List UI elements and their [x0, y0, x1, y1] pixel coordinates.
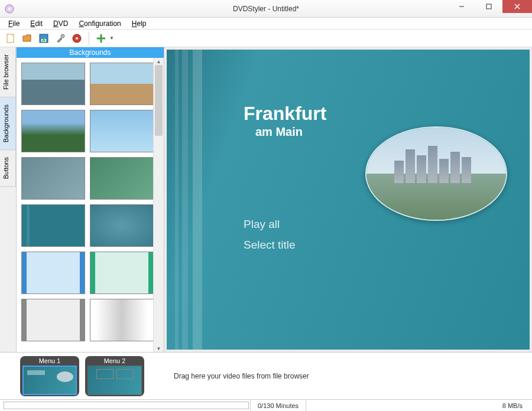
svg-point-1: [8, 8, 11, 10]
menu-option-play-all[interactable]: Play all: [244, 218, 280, 231]
scroll-up-arrow[interactable]: ▲: [154, 58, 164, 65]
background-thumb[interactable]: [90, 252, 153, 294]
preview-wrap: Frankfurt am Main Play all Select title: [164, 47, 532, 352]
background-thumb[interactable]: [21, 110, 85, 152]
menu-dvd[interactable]: DVD: [48, 18, 73, 29]
preview-title[interactable]: Frankfurt: [244, 103, 326, 125]
menubar: File Edit DVD Configuration Help: [0, 18, 532, 30]
status-progress: [2, 400, 251, 411]
toolbar: ▼: [0, 30, 532, 47]
titlebar: DVDStyler - Untitled*: [0, 0, 532, 18]
svg-point-11: [76, 37, 78, 40]
background-thumb[interactable]: [21, 299, 85, 341]
menu-edit[interactable]: Edit: [25, 18, 47, 29]
statusbar: 0/130 Minutes 8 MB/s: [0, 399, 532, 411]
svg-rect-3: [486, 4, 491, 9]
background-thumb[interactable]: [21, 63, 85, 105]
status-bitrate: 8 MB/s: [306, 400, 532, 411]
main-area: File browser Backgrounds Buttons Backgro…: [0, 47, 532, 352]
background-thumb[interactable]: [90, 157, 153, 200]
timeline-hint: Drag here your video files from file bro…: [150, 372, 512, 380]
timeline-menu-thumb: [87, 366, 142, 395]
minimize-button[interactable]: [448, 0, 475, 13]
backgrounds-header: Backgrounds: [17, 47, 164, 58]
timeline-menu-1[interactable]: Menu 1: [20, 356, 79, 396]
add-dropdown-arrow[interactable]: ▼: [109, 35, 114, 41]
status-duration: 0/130 Minutes: [251, 400, 306, 411]
timeline-menu-label: Menu 2: [87, 357, 142, 364]
scroll-thumb[interactable]: [155, 65, 163, 136]
preview-image-oval[interactable]: [365, 126, 507, 221]
toolbar-separator: [89, 32, 89, 45]
save-button[interactable]: [37, 31, 51, 45]
menu-file[interactable]: File: [4, 18, 24, 29]
preview-stripes: [167, 50, 214, 350]
settings-button[interactable]: [53, 31, 67, 45]
svg-point-9: [61, 34, 64, 38]
close-button[interactable]: [502, 0, 532, 13]
backgrounds-scrollbar[interactable]: ▲ ▼: [153, 58, 164, 352]
backgrounds-panel: Backgrounds ▲ ▼: [17, 47, 164, 352]
background-thumb[interactable]: [90, 110, 153, 152]
menu-help[interactable]: Help: [127, 18, 151, 29]
window-title: DVDStyler - Untitled*: [233, 5, 299, 13]
timeline-menu-thumb: [22, 366, 77, 395]
vertical-tabs: File browser Backgrounds Buttons: [0, 47, 17, 352]
burn-button[interactable]: [70, 31, 84, 45]
background-thumb[interactable]: [90, 299, 153, 341]
timeline[interactable]: Menu 1 Menu 2 Drag here your video files…: [0, 352, 532, 399]
background-thumb[interactable]: [21, 157, 85, 200]
background-thumb[interactable]: [21, 252, 85, 294]
tab-buttons[interactable]: Buttons: [0, 150, 16, 187]
new-button[interactable]: [4, 31, 18, 45]
background-thumb[interactable]: [21, 204, 85, 247]
backgrounds-grid: [17, 58, 153, 352]
menu-option-select-title[interactable]: Select title: [244, 239, 296, 252]
open-button[interactable]: [20, 31, 34, 45]
tab-file-browser[interactable]: File browser: [0, 47, 16, 97]
background-thumb[interactable]: [90, 204, 153, 247]
preview-subtitle[interactable]: am Main: [255, 125, 303, 139]
maximize-button[interactable]: [475, 0, 502, 13]
menu-preview-canvas[interactable]: Frankfurt am Main Play all Select title: [167, 50, 530, 350]
tab-backgrounds[interactable]: Backgrounds: [0, 97, 16, 150]
timeline-menu-2[interactable]: Menu 2: [85, 356, 144, 396]
add-button[interactable]: [94, 31, 108, 45]
background-thumb[interactable]: [90, 63, 153, 105]
menu-configuration[interactable]: Configuration: [74, 18, 125, 29]
timeline-menu-label: Menu 1: [22, 357, 77, 364]
app-icon: [5, 4, 14, 14]
scroll-down-arrow[interactable]: ▼: [154, 345, 164, 352]
